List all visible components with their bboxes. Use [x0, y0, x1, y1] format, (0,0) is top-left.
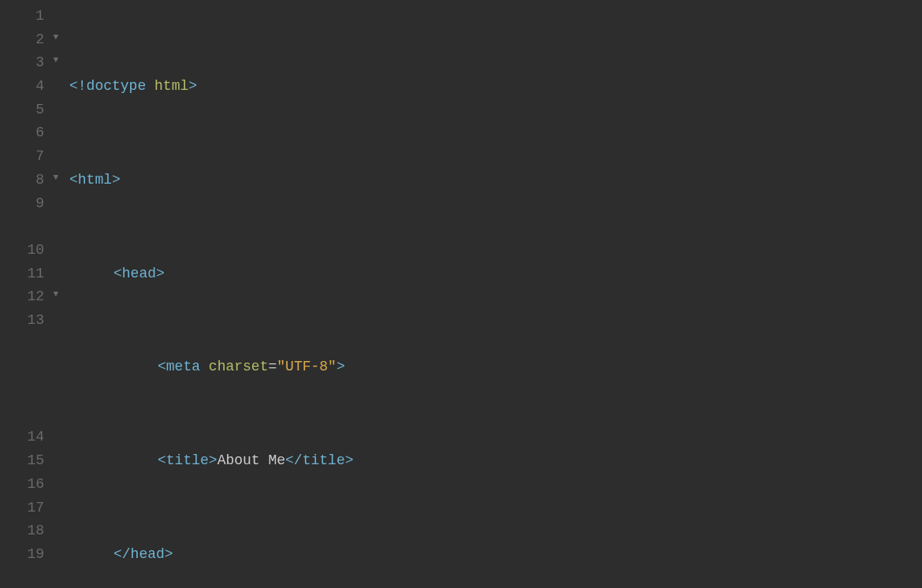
- line-number: 6: [35, 121, 46, 145]
- line-number: 1: [35, 5, 46, 28]
- code-line[interactable]: <html>: [69, 169, 922, 192]
- line-number: 4: [35, 75, 46, 99]
- line-number: 5: [35, 99, 46, 122]
- line-number: 19: [27, 543, 46, 567]
- code-area[interactable]: <!doctype html> <html> <head> <meta char…: [66, 5, 922, 588]
- fold-toggle-icon[interactable]: ▼: [46, 53, 66, 67]
- line-number: 11: [27, 262, 46, 286]
- line-number: 12: [27, 285, 46, 309]
- line-number: 9: [35, 192, 46, 216]
- code-line[interactable]: <meta charset="UTF-8">: [69, 355, 922, 379]
- line-number: 2: [35, 28, 46, 52]
- line-number: 10: [27, 239, 46, 262]
- line-number: 7: [35, 145, 46, 169]
- code-editor[interactable]: 1 2▼ 3▼ 4 5 6 7 8▼ 9 10 11 12▼ 13 14 15 …: [0, 0, 922, 588]
- fold-toggle-icon[interactable]: ▼: [46, 30, 66, 44]
- line-number: 16: [27, 473, 46, 497]
- line-number: 15: [27, 449, 46, 473]
- line-number: 17: [27, 497, 46, 520]
- code-line[interactable]: <!doctype html>: [69, 75, 922, 99]
- line-number-gutter: 1 2▼ 3▼ 4 5 6 7 8▼ 9 10 11 12▼ 13 14 15 …: [0, 5, 66, 588]
- line-number: 14: [27, 426, 46, 449]
- fold-toggle-icon[interactable]: ▼: [46, 170, 66, 184]
- line-number: 3: [35, 51, 46, 75]
- code-line[interactable]: <title>About Me</title>: [69, 449, 922, 473]
- line-number: 18: [27, 519, 46, 543]
- code-line[interactable]: <head>: [69, 262, 922, 286]
- fold-toggle-icon[interactable]: ▼: [46, 287, 66, 301]
- code-line[interactable]: </head>: [69, 543, 922, 567]
- line-number: 13: [27, 309, 46, 333]
- line-number: 8: [35, 169, 46, 192]
